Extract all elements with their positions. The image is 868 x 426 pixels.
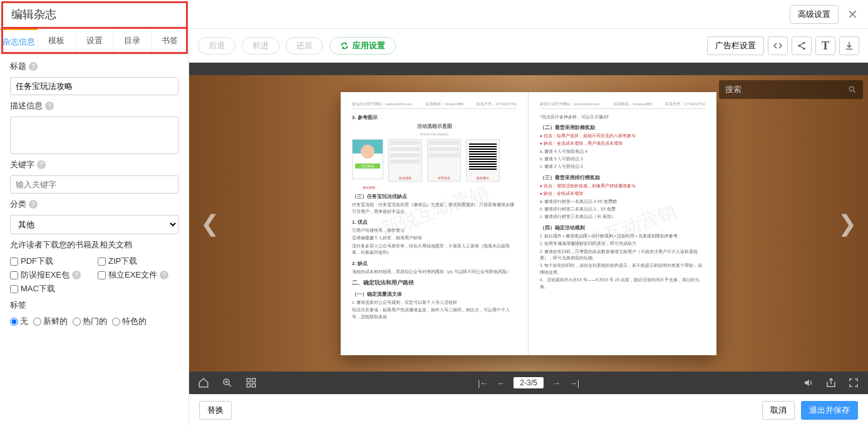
fullscreen-icon[interactable] bbox=[848, 377, 859, 388]
chk-mac[interactable]: MAC下载 bbox=[10, 283, 85, 294]
radio-tag-featured[interactable]: 特色的 bbox=[112, 316, 147, 327]
share-icon[interactable] bbox=[792, 36, 812, 55]
svg-point-3 bbox=[849, 86, 854, 91]
radio-tag-none[interactable]: 无 bbox=[10, 316, 28, 327]
search-icon bbox=[848, 85, 857, 94]
cancel-button[interactable]: 取消 bbox=[762, 401, 795, 420]
save-exit-button[interactable]: 退出并保存 bbox=[801, 401, 858, 420]
tab-bookmark[interactable]: 书签 bbox=[152, 29, 189, 54]
forward-button[interactable]: 前进 bbox=[242, 37, 279, 55]
book-spread: 新锐互动官方网站：www.wethinl.com联系邮箱：nimadou888联… bbox=[341, 92, 716, 355]
chk-zip[interactable]: ZIP下载 bbox=[98, 256, 173, 267]
radio-tag-fresh[interactable]: 新鲜的 bbox=[33, 316, 68, 327]
sidebar-tabs: 杂志信息 模板 设置 目录 书签 bbox=[0, 29, 189, 55]
prev-page-icon[interactable]: ← bbox=[497, 378, 505, 388]
tab-toc[interactable]: 目录 bbox=[113, 29, 151, 54]
page-indicator: 2-3/5 bbox=[514, 377, 543, 388]
keyword-input[interactable] bbox=[10, 175, 178, 194]
page-left: 新锐互动官方网站：www.wethinl.com联系邮箱：nimadou888联… bbox=[341, 92, 529, 355]
svg-rect-7 bbox=[247, 384, 250, 387]
help-icon[interactable]: ? bbox=[160, 271, 168, 279]
help-icon[interactable]: ? bbox=[29, 62, 38, 71]
page-right: 新锐互动官方网站：www.wethinl.com联系邮箱：nimadou888联… bbox=[529, 92, 716, 355]
advanced-settings-button[interactable]: 高级设置 bbox=[790, 5, 839, 24]
svg-rect-8 bbox=[252, 384, 256, 387]
title-input[interactable] bbox=[10, 77, 178, 95]
tab-magazine-info[interactable]: 杂志信息 bbox=[0, 29, 38, 54]
svg-rect-6 bbox=[252, 378, 256, 382]
category-select[interactable]: 其他 bbox=[10, 215, 178, 234]
keyword-label: 关键字? bbox=[10, 159, 178, 170]
share-out-icon[interactable] bbox=[825, 377, 837, 388]
tab-template[interactable]: 模板 bbox=[38, 29, 75, 54]
chk-exe-standalone[interactable]: 独立EXE文件? bbox=[98, 269, 173, 281]
desc-label: 描述信息? bbox=[10, 100, 178, 112]
page-title: 编辑杂志 bbox=[8, 7, 56, 22]
replace-button[interactable]: 替换 bbox=[199, 401, 232, 420]
poster-thumb: 打记录语 bbox=[352, 139, 383, 179]
help-icon[interactable]: ? bbox=[72, 271, 81, 279]
category-label: 分类? bbox=[10, 199, 178, 210]
chk-exe-safe[interactable]: 防误报EXE包? bbox=[10, 269, 85, 281]
next-page-arrow[interactable]: ❯ bbox=[838, 210, 857, 237]
radio-tag-hot[interactable]: 热门的 bbox=[73, 316, 107, 327]
first-page-icon[interactable]: |← bbox=[478, 378, 488, 388]
apply-settings-button[interactable]: 应用设置 bbox=[329, 37, 396, 55]
tag-label: 标签 bbox=[10, 299, 178, 311]
download-label: 允许读者下载您的书籍及相关文档 bbox=[10, 239, 178, 251]
adbar-settings-button[interactable]: 广告栏设置 bbox=[707, 36, 764, 55]
text-icon[interactable]: T bbox=[815, 36, 835, 55]
preview-stage: 搜索 ❮ ❯ 新锐互动官方网站：www.wethinl.com联系邮箱：nima… bbox=[189, 75, 868, 371]
desc-input[interactable] bbox=[10, 117, 178, 154]
refresh-icon bbox=[340, 41, 349, 50]
search-input[interactable]: 搜索 bbox=[719, 80, 863, 99]
last-page-icon[interactable]: →| bbox=[569, 378, 579, 388]
help-icon[interactable]: ? bbox=[29, 200, 38, 209]
chk-pdf[interactable]: PDF下载 bbox=[10, 256, 85, 267]
prev-page-arrow[interactable]: ❮ bbox=[200, 210, 219, 237]
home-icon[interactable] bbox=[198, 377, 209, 388]
zoom-icon[interactable] bbox=[222, 377, 233, 388]
title-label: 标题? bbox=[10, 61, 178, 72]
next-page-icon[interactable]: → bbox=[552, 378, 561, 388]
help-icon[interactable]: ? bbox=[37, 160, 46, 169]
tab-settings[interactable]: 设置 bbox=[76, 29, 113, 54]
download-icon[interactable] bbox=[839, 36, 859, 55]
thumbnails-icon[interactable] bbox=[245, 377, 257, 388]
svg-rect-5 bbox=[247, 378, 250, 382]
viewer-bar: |← ← 2-3/5 → →| bbox=[189, 371, 868, 394]
help-icon[interactable]: ? bbox=[45, 101, 54, 110]
stage-top-bar bbox=[189, 63, 868, 75]
restore-button[interactable]: 还原 bbox=[286, 37, 323, 55]
sound-icon[interactable] bbox=[803, 377, 814, 388]
close-icon[interactable]: ✕ bbox=[845, 7, 860, 22]
back-button[interactable]: 后退 bbox=[198, 37, 235, 55]
code-icon[interactable] bbox=[768, 36, 788, 55]
